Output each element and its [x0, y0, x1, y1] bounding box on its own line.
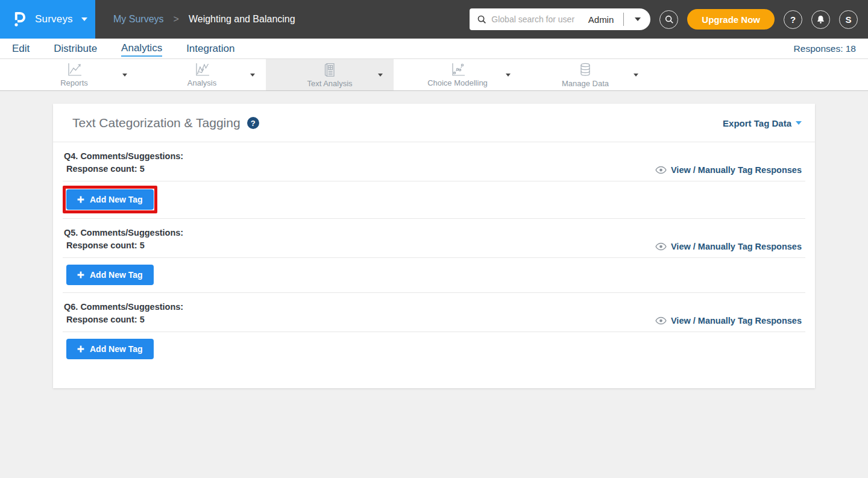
eye-icon: [655, 242, 667, 251]
surveys-menu[interactable]: Surveys: [0, 0, 95, 39]
view-manually-tag-link[interactable]: View / Manually Tag Responses: [655, 165, 802, 175]
breadcrumb-separator: >: [174, 14, 179, 25]
question-info: Q5. Comments/Suggestions: Response count…: [64, 227, 183, 252]
help-button[interactable]: ?: [784, 10, 802, 29]
question-info: Q6. Comments/Suggestions: Response count…: [64, 301, 183, 326]
toolbar-item-choice-modelling[interactable]: Choice Modelling: [394, 59, 521, 90]
chevron-down-icon: [81, 17, 87, 21]
divider: [623, 13, 624, 26]
question-label: Q6. Comments/Suggestions:: [64, 301, 183, 313]
toolbar-item-manage-data[interactable]: Manage Data: [521, 59, 649, 90]
chevron-down-icon: [506, 74, 511, 77]
add-new-tag-button[interactable]: Add New Tag: [66, 339, 154, 359]
content-area: Text Categorization & Tagging ? Export T…: [0, 91, 868, 478]
breadcrumb-current-survey: Weighting and Balancing: [189, 14, 295, 25]
bell-icon: [816, 14, 826, 25]
text-tagging-card: Text Categorization & Tagging ? Export T…: [53, 104, 815, 388]
response-count: Response count: 5: [64, 313, 183, 326]
scatter-chart-icon: [450, 62, 466, 77]
surveys-menu-label: Surveys: [35, 13, 73, 25]
toolbar-item-reports[interactable]: Reports: [10, 59, 138, 90]
chevron-down-icon: [634, 74, 638, 77]
response-count: Response count: 5: [64, 163, 183, 175]
avatar[interactable]: S: [839, 10, 858, 29]
breadcrumb: My Surveys > Weighting and Balancing: [113, 0, 295, 39]
tab-analytics[interactable]: Analytics: [121, 40, 162, 57]
search-scope-label: Admin: [588, 14, 614, 25]
plus-icon: [77, 271, 84, 278]
question-info: Q4. Comments/Suggestions: Response count…: [64, 150, 183, 175]
question-section-q6: Q6. Comments/Suggestions: Response count…: [63, 293, 805, 366]
search-input[interactable]: [491, 14, 583, 24]
button-row: Add New Tag: [63, 181, 805, 219]
question-section-q5: Q5. Comments/Suggestions: Response count…: [63, 219, 805, 293]
database-icon: [577, 62, 593, 78]
questionpro-logo-icon: [10, 10, 28, 28]
toolbar-item-text-analysis[interactable]: Text Analysis: [266, 59, 394, 90]
section-header: Q5. Comments/Suggestions: Response count…: [63, 219, 805, 258]
view-manually-tag-link[interactable]: View / Manually Tag Responses: [655, 242, 802, 252]
global-search: Admin: [470, 8, 650, 30]
question-label: Q5. Comments/Suggestions:: [64, 227, 183, 239]
toolbar-item-analysis[interactable]: Analysis: [138, 59, 266, 90]
response-count: Response count: 5: [64, 239, 183, 252]
page-title: Text Categorization & Tagging: [72, 116, 241, 130]
analytics-toolbar: Reports Analysis Text Ana: [0, 59, 868, 91]
tab-edit[interactable]: Edit: [12, 41, 30, 56]
question-label: Q4. Comments/Suggestions:: [64, 150, 183, 163]
search-icon: [664, 14, 674, 24]
text-document-icon: [322, 62, 338, 78]
line-chart-icon: [66, 62, 83, 77]
responses-count: Responses: 18: [794, 43, 856, 54]
add-new-tag-button[interactable]: Add New Tag: [66, 189, 154, 210]
search-scope-dropdown[interactable]: [631, 14, 644, 25]
plus-icon: [77, 196, 84, 203]
chevron-down-icon: [250, 74, 255, 77]
search-icon: [477, 14, 486, 24]
section-header: Q6. Comments/Suggestions: Response count…: [63, 293, 805, 332]
survey-nav-tabs: Edit Distribute Analytics Integration Re…: [0, 39, 868, 59]
chevron-down-icon: [378, 74, 383, 77]
view-manually-tag-link[interactable]: View / Manually Tag Responses: [655, 316, 802, 326]
breadcrumb-my-surveys[interactable]: My Surveys: [113, 14, 164, 25]
card-header: Text Categorization & Tagging ? Export T…: [53, 104, 815, 142]
trend-chart-icon: [194, 62, 210, 77]
top-header: Surveys My Surveys > Weighting and Balan…: [0, 0, 868, 39]
button-row: Add New Tag: [63, 258, 805, 293]
search-submit-button[interactable]: [659, 10, 678, 29]
tab-integration[interactable]: Integration: [186, 41, 234, 56]
highlight-annotation: Add New Tag: [63, 186, 157, 213]
chevron-down-icon: [122, 74, 127, 77]
question-section-q4: Q4. Comments/Suggestions: Response count…: [63, 142, 805, 219]
plus-icon: [77, 345, 84, 353]
chevron-down-icon: [635, 17, 641, 21]
header-actions: Admin Upgrade Now ? S: [470, 0, 868, 39]
tab-distribute[interactable]: Distribute: [54, 41, 97, 56]
page: Surveys My Surveys > Weighting and Balan…: [0, 0, 868, 478]
upgrade-now-button[interactable]: Upgrade Now: [687, 9, 775, 30]
add-new-tag-button[interactable]: Add New Tag: [66, 265, 154, 285]
section-header: Q4. Comments/Suggestions: Response count…: [63, 142, 805, 181]
export-tag-data-dropdown[interactable]: Export Tag Data: [723, 118, 802, 128]
notifications-button[interactable]: [811, 10, 830, 29]
help-badge-icon[interactable]: ?: [247, 117, 259, 129]
eye-icon: [655, 166, 667, 174]
button-row: Add New Tag: [63, 332, 805, 366]
eye-icon: [655, 316, 667, 325]
chevron-down-icon: [796, 121, 802, 125]
